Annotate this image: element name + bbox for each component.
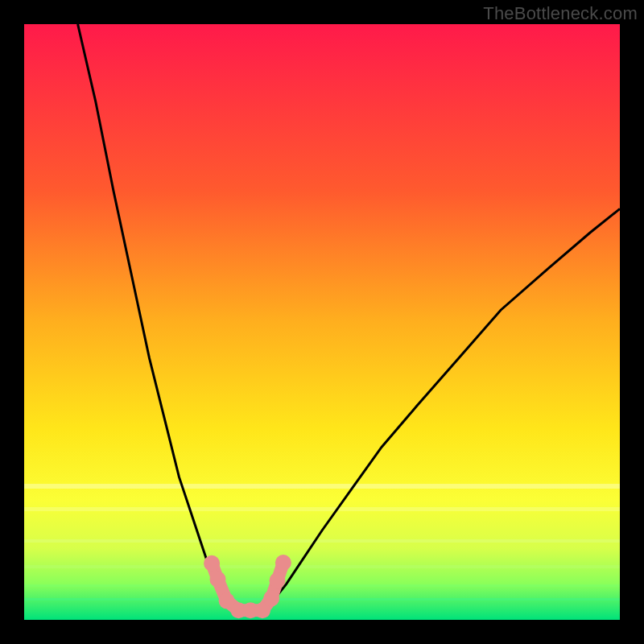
svg-rect-3 xyxy=(24,565,620,568)
data-point xyxy=(204,555,220,572)
svg-rect-4 xyxy=(24,584,620,587)
chart-frame: TheBottleneck.com xyxy=(0,0,644,644)
svg-rect-0 xyxy=(24,484,620,489)
data-point xyxy=(275,555,291,571)
svg-rect-2 xyxy=(24,539,620,543)
svg-rect-5 xyxy=(24,598,620,601)
data-point xyxy=(263,590,279,606)
plot-area xyxy=(24,24,620,620)
data-point xyxy=(210,572,226,588)
svg-rect-1 xyxy=(24,507,620,511)
watermark-text: TheBottleneck.com xyxy=(483,3,638,24)
chart-svg xyxy=(24,24,620,620)
data-point xyxy=(270,572,286,588)
